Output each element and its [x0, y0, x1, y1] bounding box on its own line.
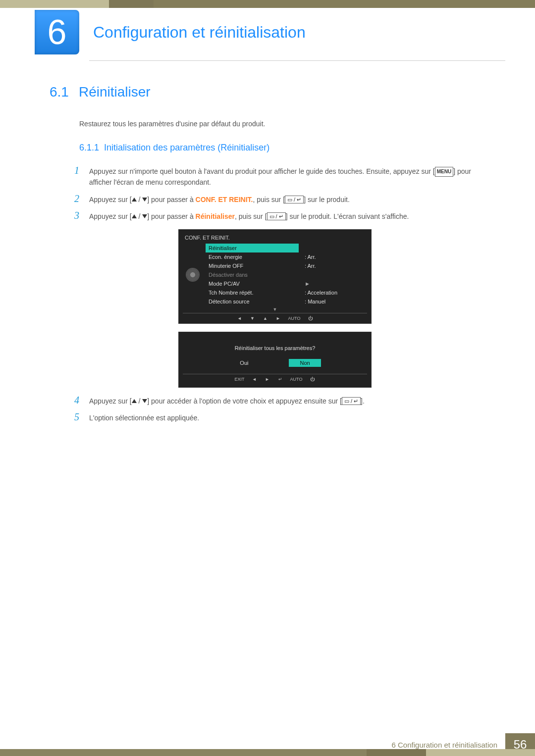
menu-button-icon: MENU	[435, 167, 453, 177]
osd-confirm-dialog: Réinitialiser tous les paramètres? Oui N…	[178, 332, 372, 388]
up-arrow-icon	[132, 198, 137, 202]
osd-item: Minuterie OFF	[206, 261, 299, 270]
page-footer: 6 Configuration et réinitialisation 56	[0, 733, 535, 756]
up-arrow-icon	[132, 399, 137, 403]
section-name: Réinitialiser	[79, 84, 151, 100]
step-2: 2 Appuyez sur [ / ] pour passer à CONF. …	[74, 193, 485, 205]
down-arrow-icon	[142, 399, 147, 403]
text: ].	[361, 397, 365, 405]
osd-screenshot-block: CONF. ET REINIT. Réinitialiser Econ. éne…	[178, 229, 485, 388]
osd-nav-icon: ▼	[250, 316, 256, 321]
step-number: 2	[74, 193, 89, 204]
osd-footer: EXIT ◄ ► ↵ AUTO ⏻	[183, 374, 367, 384]
subsection-number: 6.1.1	[79, 143, 99, 152]
divider	[89, 60, 505, 61]
menu-item: Réinitialiser	[196, 212, 235, 220]
text: Appuyez sur [	[89, 196, 132, 203]
osd-scroll-indicator: ▼	[183, 306, 367, 313]
section-title: 6.1Réinitialiser	[50, 84, 485, 100]
chapter-title: Configuration et réinitialisation	[93, 23, 306, 42]
step-number: 1	[74, 165, 89, 176]
osd-auto-label: AUTO	[290, 377, 303, 382]
text: ] pour passer à	[147, 212, 195, 220]
top-accent-bar	[0, 0, 535, 8]
text: ] sur le produit. L'écran suivant s'affi…	[286, 212, 409, 220]
bar-seg	[109, 0, 154, 8]
up-arrow-icon	[132, 214, 137, 218]
step-number: 4	[74, 395, 89, 406]
osd-item-selected: Réinitialiser	[206, 244, 299, 252]
text: Appuyez sur [	[89, 212, 132, 220]
step-number: 5	[74, 411, 89, 423]
step-1: 1 Appuyez sur n'importe quel bouton à l'…	[74, 165, 485, 188]
footer-accent-bar	[0, 749, 535, 756]
text: Appuyez sur n'importe quel bouton à l'av…	[89, 167, 435, 175]
down-arrow-icon	[142, 198, 147, 202]
osd-value: : Manuel	[305, 297, 364, 306]
osd-value: : Arr.	[305, 252, 364, 261]
osd-nav-icon: ►	[275, 316, 281, 321]
osd-nav-icon: ►	[265, 377, 270, 382]
enter-button-icon: ▭ / ↵	[267, 212, 286, 220]
text: , puis sur [	[253, 196, 285, 203]
osd-enter-icon: ↵	[277, 377, 283, 382]
osd-item-disabled: Désactiver dans	[206, 270, 299, 279]
page-content: 6.1Réinitialiser Restaurez tous les para…	[50, 84, 485, 428]
step-number: 3	[74, 210, 89, 221]
enter-button-icon: ▭ / ↵	[285, 196, 304, 203]
osd-nav-icon: ◄	[252, 377, 258, 382]
gear-icon	[187, 269, 199, 281]
osd-nav-icon: ◄	[237, 316, 243, 321]
bar-seg	[0, 0, 109, 8]
confirm-yes: Oui	[229, 359, 259, 367]
osd-nav-icon: ▲	[263, 316, 268, 321]
section-lead: Restaurez tous les paramètres d'usine pa…	[79, 120, 485, 128]
osd-auto-label: AUTO	[288, 316, 301, 321]
text: ] pour accéder à l'option de votre choix…	[147, 397, 342, 405]
osd-item: Econ. énergie	[206, 252, 299, 261]
confirm-no-selected: Non	[289, 359, 321, 367]
chapter-number-badge: 6	[35, 10, 79, 54]
enter-button-icon: ▭ / ↵	[342, 397, 361, 405]
step-body: Appuyez sur n'importe quel bouton à l'av…	[89, 166, 485, 188]
step-5: 5 L'option sélectionnée est appliquée.	[74, 411, 485, 423]
power-icon: ⏻	[309, 377, 315, 382]
power-icon: ⏻	[307, 316, 313, 321]
osd-item: Mode PC/AV	[206, 279, 299, 288]
down-arrow-icon	[142, 214, 147, 218]
text: ] sur le produit.	[304, 196, 350, 203]
osd-item: Détection source	[206, 297, 299, 306]
text: ] pour passer à	[147, 196, 195, 203]
subsection-name: Initialisation des paramètres (Réinitial…	[104, 143, 269, 152]
osd-value: : Acceleration	[305, 288, 364, 297]
osd-category-icon	[183, 244, 203, 306]
osd-title: CONF. ET REINIT.	[183, 233, 367, 244]
section-number: 6.1	[50, 84, 69, 100]
text: Appuyez sur [	[89, 397, 132, 405]
confirm-question: Réinitialiser tous les paramètres?	[183, 335, 367, 359]
osd-menu: CONF. ET REINIT. Réinitialiser Econ. éne…	[178, 229, 372, 324]
osd-value-arrow: ►	[305, 279, 364, 288]
menu-name: CONF. ET REINIT.	[196, 196, 253, 203]
step-body: Appuyez sur [ / ] pour passer à CONF. ET…	[89, 194, 485, 205]
osd-item: Tch Nombre répét.	[206, 288, 299, 297]
chapter-header: 6 Configuration et réinitialisation	[35, 10, 505, 54]
step-4: 4 Appuyez sur [ / ] pour accéder à l'opt…	[74, 395, 485, 406]
step-3: 3 Appuyez sur [ / ] pour passer à Réinit…	[74, 210, 485, 222]
step-body: Appuyez sur [ / ] pour accéder à l'optio…	[89, 396, 485, 406]
osd-exit-label: EXIT	[235, 377, 245, 382]
osd-footer: ◄ ▼ ▲ ► AUTO ⏻	[183, 313, 367, 323]
osd-value: : Arr.	[305, 261, 364, 270]
step-body: L'option sélectionnée est appliquée.	[89, 412, 485, 423]
step-body: Appuyez sur [ / ] pour passer à Réinitia…	[89, 211, 485, 222]
subsection-title: 6.1.1 Initialisation des paramètres (Réi…	[79, 143, 485, 153]
text: , puis sur [	[235, 212, 267, 220]
bar-seg	[154, 0, 535, 8]
